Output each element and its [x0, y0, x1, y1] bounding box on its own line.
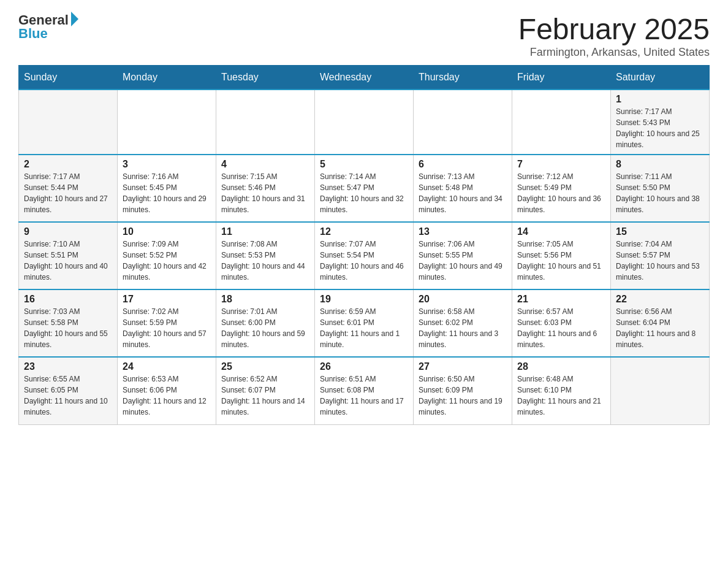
calendar-cell: 17Sunrise: 7:02 AMSunset: 5:59 PMDayligh…	[118, 289, 216, 357]
calendar-cell: 15Sunrise: 7:04 AMSunset: 5:57 PMDayligh…	[611, 222, 710, 289]
calendar-header: Sunday Monday Tuesday Wednesday Thursday…	[19, 66, 710, 90]
calendar-cell: 2Sunrise: 7:17 AMSunset: 5:44 PMDaylight…	[19, 155, 118, 222]
day-number: 13	[419, 226, 507, 237]
sun-info: Sunrise: 7:02 AMSunset: 5:59 PMDaylight:…	[123, 306, 211, 350]
col-monday: Monday	[118, 66, 216, 90]
calendar-cell: 3Sunrise: 7:16 AMSunset: 5:45 PMDaylight…	[118, 155, 216, 222]
sun-info: Sunrise: 7:13 AMSunset: 5:48 PMDaylight:…	[419, 171, 507, 215]
calendar-cell: 20Sunrise: 6:58 AMSunset: 6:02 PMDayligh…	[414, 289, 512, 357]
day-number: 15	[616, 226, 704, 237]
day-number: 16	[24, 294, 112, 305]
sun-info: Sunrise: 6:51 AMSunset: 6:08 PMDaylight:…	[320, 373, 408, 418]
calendar-cell: 6Sunrise: 7:13 AMSunset: 5:48 PMDaylight…	[414, 155, 512, 222]
sun-info: Sunrise: 7:03 AMSunset: 5:58 PMDaylight:…	[24, 306, 112, 350]
calendar-cell	[216, 90, 315, 155]
sun-info: Sunrise: 7:14 AMSunset: 5:47 PMDaylight:…	[320, 171, 408, 215]
day-number: 18	[221, 294, 309, 305]
sun-info: Sunrise: 7:08 AMSunset: 5:53 PMDaylight:…	[221, 239, 309, 283]
calendar-cell: 19Sunrise: 6:59 AMSunset: 6:01 PMDayligh…	[315, 289, 414, 357]
sun-info: Sunrise: 7:11 AMSunset: 5:50 PMDaylight:…	[616, 171, 704, 215]
calendar-cell: 21Sunrise: 6:57 AMSunset: 6:03 PMDayligh…	[512, 289, 611, 357]
day-number: 2	[24, 159, 112, 170]
calendar-cell: 25Sunrise: 6:52 AMSunset: 6:07 PMDayligh…	[216, 357, 315, 424]
day-number: 21	[517, 294, 605, 305]
calendar-body: 1Sunrise: 7:17 AMSunset: 5:43 PMDaylight…	[19, 90, 710, 424]
calendar-cell: 16Sunrise: 7:03 AMSunset: 5:58 PMDayligh…	[19, 289, 118, 357]
calendar-cell: 24Sunrise: 6:53 AMSunset: 6:06 PMDayligh…	[118, 357, 216, 424]
sun-info: Sunrise: 7:07 AMSunset: 5:54 PMDaylight:…	[320, 239, 408, 283]
calendar-cell: 28Sunrise: 6:48 AMSunset: 6:10 PMDayligh…	[512, 357, 611, 424]
sun-info: Sunrise: 7:12 AMSunset: 5:49 PMDaylight:…	[517, 171, 605, 215]
day-number: 5	[320, 159, 408, 170]
col-friday: Friday	[512, 66, 611, 90]
day-number: 28	[517, 361, 605, 372]
day-number: 24	[123, 361, 211, 372]
sun-info: Sunrise: 7:01 AMSunset: 6:00 PMDaylight:…	[221, 306, 309, 350]
sun-info: Sunrise: 7:15 AMSunset: 5:46 PMDaylight:…	[221, 171, 309, 215]
day-number: 10	[123, 226, 211, 237]
calendar-cell: 10Sunrise: 7:09 AMSunset: 5:52 PMDayligh…	[118, 222, 216, 289]
calendar-week-row: 9Sunrise: 7:10 AMSunset: 5:51 PMDaylight…	[19, 222, 710, 289]
calendar-cell	[118, 90, 216, 155]
sun-info: Sunrise: 6:56 AMSunset: 6:04 PMDaylight:…	[616, 306, 704, 350]
calendar-cell: 13Sunrise: 7:06 AMSunset: 5:55 PMDayligh…	[414, 222, 512, 289]
calendar-week-row: 1Sunrise: 7:17 AMSunset: 5:43 PMDaylight…	[19, 90, 710, 155]
calendar-cell	[611, 357, 710, 424]
sun-info: Sunrise: 6:59 AMSunset: 6:01 PMDaylight:…	[320, 306, 408, 350]
calendar-cell	[19, 90, 118, 155]
calendar-cell: 11Sunrise: 7:08 AMSunset: 5:53 PMDayligh…	[216, 222, 315, 289]
header-row: Sunday Monday Tuesday Wednesday Thursday…	[19, 66, 710, 90]
calendar-cell: 7Sunrise: 7:12 AMSunset: 5:49 PMDaylight…	[512, 155, 611, 222]
day-number: 9	[24, 226, 112, 237]
calendar-cell: 12Sunrise: 7:07 AMSunset: 5:54 PMDayligh…	[315, 222, 414, 289]
day-number: 22	[616, 294, 704, 305]
day-number: 8	[616, 159, 704, 170]
calendar-cell: 26Sunrise: 6:51 AMSunset: 6:08 PMDayligh…	[315, 357, 414, 424]
calendar-week-row: 16Sunrise: 7:03 AMSunset: 5:58 PMDayligh…	[19, 289, 710, 357]
sun-info: Sunrise: 6:53 AMSunset: 6:06 PMDaylight:…	[123, 373, 211, 418]
month-title: February 2025	[518, 12, 710, 46]
day-number: 19	[320, 294, 408, 305]
sun-info: Sunrise: 7:16 AMSunset: 5:45 PMDaylight:…	[123, 171, 211, 215]
calendar-cell: 22Sunrise: 6:56 AMSunset: 6:04 PMDayligh…	[611, 289, 710, 357]
day-number: 14	[517, 226, 605, 237]
sun-info: Sunrise: 6:58 AMSunset: 6:02 PMDaylight:…	[419, 306, 507, 350]
calendar-week-row: 23Sunrise: 6:55 AMSunset: 6:05 PMDayligh…	[19, 357, 710, 424]
day-number: 25	[221, 361, 309, 372]
logo-triangle-icon	[71, 12, 78, 26]
location: Farmington, Arkansas, United States	[518, 46, 710, 59]
sun-info: Sunrise: 7:04 AMSunset: 5:57 PMDaylight:…	[616, 239, 704, 283]
day-number: 4	[221, 159, 309, 170]
calendar-cell: 9Sunrise: 7:10 AMSunset: 5:51 PMDaylight…	[19, 222, 118, 289]
sun-info: Sunrise: 7:10 AMSunset: 5:51 PMDaylight:…	[24, 239, 112, 283]
day-number: 3	[123, 159, 211, 170]
sun-info: Sunrise: 7:05 AMSunset: 5:56 PMDaylight:…	[517, 239, 605, 283]
calendar-cell: 14Sunrise: 7:05 AMSunset: 5:56 PMDayligh…	[512, 222, 611, 289]
col-thursday: Thursday	[414, 66, 512, 90]
logo-blue-text: Blue	[18, 26, 48, 42]
calendar-table: Sunday Monday Tuesday Wednesday Thursday…	[18, 65, 710, 425]
day-number: 11	[221, 226, 309, 237]
col-tuesday: Tuesday	[216, 66, 315, 90]
sun-info: Sunrise: 6:48 AMSunset: 6:10 PMDaylight:…	[517, 373, 605, 418]
day-number: 26	[320, 361, 408, 372]
day-number: 23	[24, 361, 112, 372]
day-number: 6	[419, 159, 507, 170]
calendar-cell: 23Sunrise: 6:55 AMSunset: 6:05 PMDayligh…	[19, 357, 118, 424]
calendar-cell	[315, 90, 414, 155]
col-wednesday: Wednesday	[315, 66, 414, 90]
sun-info: Sunrise: 7:06 AMSunset: 5:55 PMDaylight:…	[419, 239, 507, 283]
day-number: 20	[419, 294, 507, 305]
col-saturday: Saturday	[611, 66, 710, 90]
calendar-cell	[512, 90, 611, 155]
sun-info: Sunrise: 6:52 AMSunset: 6:07 PMDaylight:…	[221, 373, 309, 418]
sun-info: Sunrise: 6:55 AMSunset: 6:05 PMDaylight:…	[24, 373, 112, 418]
page-header: General Blue February 2025 Farmington, A…	[18, 12, 710, 59]
sun-info: Sunrise: 7:09 AMSunset: 5:52 PMDaylight:…	[123, 239, 211, 283]
day-number: 7	[517, 159, 605, 170]
day-number: 1	[616, 94, 704, 105]
day-number: 12	[320, 226, 408, 237]
sun-info: Sunrise: 6:57 AMSunset: 6:03 PMDaylight:…	[517, 306, 605, 350]
day-number: 27	[419, 361, 507, 372]
calendar-cell: 8Sunrise: 7:11 AMSunset: 5:50 PMDaylight…	[611, 155, 710, 222]
